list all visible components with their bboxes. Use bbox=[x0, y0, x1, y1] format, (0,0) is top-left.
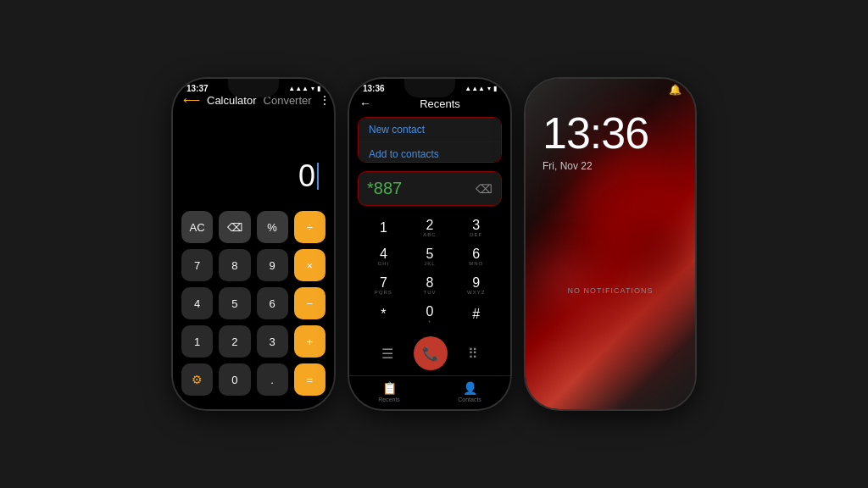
btn-multiply[interactable]: × bbox=[294, 249, 326, 281]
btn-ac[interactable]: AC bbox=[181, 211, 213, 243]
calc-menu-icon[interactable]: ⋮ bbox=[319, 93, 331, 107]
backspace-icon[interactable]: ⌫ bbox=[476, 182, 492, 196]
no-notifications-label: NO NOTIFICATIONS bbox=[568, 286, 654, 295]
calculator-screen: 13:37 ▲▲▲ ▾ ▮ ⟵ Calculator Converter ⋮ 0… bbox=[173, 79, 334, 409]
lock-date: Fri, Nov 22 bbox=[526, 160, 695, 172]
lock-status-bar: 🔔 bbox=[526, 79, 695, 101]
dialer-screen: 13:36 ▲▲▲ ▾ ▮ ← Recents New contact Add … bbox=[349, 79, 510, 409]
lock-content: 🔔 13:36 Fri, Nov 22 NO NOTIFICATIONS bbox=[526, 79, 695, 409]
dialed-number: *887 bbox=[367, 179, 402, 198]
btn-divide[interactable]: ÷ bbox=[294, 211, 326, 243]
nav-contacts[interactable]: 👤 Contacts bbox=[458, 381, 481, 402]
dialer-title: Recents bbox=[380, 97, 500, 110]
dialer-actions: ☰ 📞 ⠿ bbox=[349, 331, 510, 375]
wifi-icon: ▾ bbox=[311, 85, 314, 92]
btn-subtract[interactable]: − bbox=[294, 287, 326, 319]
contacts-icon: 👤 bbox=[463, 381, 477, 395]
lock-bell-icon: 🔔 bbox=[669, 84, 682, 96]
status-icons-1: ▲▲▲ ▾ ▮ bbox=[288, 85, 320, 92]
notch bbox=[228, 79, 279, 97]
key-7[interactable]: 7PQRS bbox=[361, 272, 406, 299]
new-contact-option[interactable]: New contact bbox=[359, 118, 501, 142]
menu-icon[interactable]: ☰ bbox=[381, 346, 393, 362]
calc-cursor bbox=[317, 163, 319, 190]
key-8[interactable]: 8TUV bbox=[408, 272, 453, 299]
lock-time-big: 13:36 bbox=[526, 101, 695, 160]
btn-1[interactable]: 1 bbox=[181, 325, 213, 358]
lock-notifications-area: NO NOTIFICATIONS bbox=[526, 172, 695, 409]
time-display-2: 13:36 bbox=[363, 84, 385, 93]
calc-buttons: AC ⌫ % ÷ 7 8 9 × 4 5 6 − 1 2 3 + ⚙ 0 . = bbox=[173, 204, 334, 409]
btn-percent[interactable]: % bbox=[257, 211, 288, 243]
lock-screen-phone: 🔔 13:36 Fri, Nov 22 NO NOTIFICATIONS bbox=[526, 79, 695, 409]
btn-8[interactable]: 8 bbox=[219, 249, 250, 281]
signal-icon-2: ▲▲▲ bbox=[465, 85, 485, 92]
key-5[interactable]: 5JKL bbox=[408, 243, 453, 270]
dialer-phone: 13:36 ▲▲▲ ▾ ▮ ← Recents New contact Add … bbox=[349, 79, 510, 409]
keypad: 1 2ABC 3DEF 4GHI 5JKL 6MNO 7PQRS 8TUV 9W… bbox=[349, 211, 510, 331]
btn-4[interactable]: 4 bbox=[181, 287, 213, 319]
wifi-icon-2: ▾ bbox=[487, 85, 491, 92]
key-4[interactable]: 4GHI bbox=[361, 243, 406, 270]
btn-decimal[interactable]: . bbox=[257, 363, 288, 396]
btn-3[interactable]: 3 bbox=[257, 325, 288, 358]
btn-9[interactable]: 9 bbox=[257, 249, 288, 281]
key-9[interactable]: 9WXYZ bbox=[453, 272, 498, 299]
btn-settings[interactable]: ⚙ bbox=[181, 363, 213, 396]
battery-icon: ▮ bbox=[317, 85, 320, 92]
keypad-icon[interactable]: ⠿ bbox=[468, 346, 478, 362]
nav-recents[interactable]: 📋 Recents bbox=[378, 381, 400, 402]
recents-icon: 📋 bbox=[382, 381, 397, 395]
dialer-input-area: *887 ⌫ bbox=[358, 171, 502, 206]
signal-icon: ▲▲▲ bbox=[288, 85, 309, 92]
key-6[interactable]: 6MNO bbox=[453, 243, 498, 270]
key-1[interactable]: 1 bbox=[361, 214, 406, 241]
btn-2[interactable]: 2 bbox=[219, 325, 250, 358]
calc-number: 0 bbox=[298, 158, 319, 194]
btn-7[interactable]: 7 bbox=[181, 249, 213, 281]
end-call-button[interactable]: 📞 bbox=[414, 336, 448, 370]
key-star[interactable]: * bbox=[361, 301, 406, 328]
calculator-phone: 13:37 ▲▲▲ ▾ ▮ ⟵ Calculator Converter ⋮ 0… bbox=[173, 79, 334, 409]
contact-options-list: New contact Add to contacts Video call S… bbox=[358, 117, 502, 163]
nav-contacts-label: Contacts bbox=[458, 396, 481, 402]
btn-backspace[interactable]: ⌫ bbox=[219, 211, 250, 243]
btn-add[interactable]: + bbox=[294, 325, 326, 358]
btn-0[interactable]: 0 bbox=[219, 363, 250, 396]
add-to-contacts-option[interactable]: Add to contacts bbox=[359, 142, 501, 163]
lock-screen: 🔔 13:36 Fri, Nov 22 NO NOTIFICATIONS bbox=[526, 79, 695, 409]
time-display-1: 13:37 bbox=[186, 84, 209, 93]
nav-recents-label: Recents bbox=[378, 396, 400, 402]
notch-2 bbox=[404, 79, 455, 97]
calc-display: 0 bbox=[173, 107, 334, 204]
btn-5[interactable]: 5 bbox=[219, 287, 250, 319]
btn-equals[interactable]: = bbox=[294, 363, 326, 396]
battery-icon-2: ▮ bbox=[493, 85, 497, 92]
back-arrow-icon[interactable]: ← bbox=[359, 97, 371, 110]
dialer-bottom-nav: 📋 Recents 👤 Contacts bbox=[349, 375, 510, 409]
calc-back-icon[interactable]: ⟵ bbox=[183, 93, 200, 107]
status-icons-2: ▲▲▲ ▾ ▮ bbox=[465, 85, 497, 92]
key-3[interactable]: 3DEF bbox=[453, 214, 498, 241]
btn-6[interactable]: 6 bbox=[257, 287, 288, 319]
key-2[interactable]: 2ABC bbox=[408, 214, 453, 241]
key-hash[interactable]: # bbox=[453, 301, 498, 328]
key-0[interactable]: 0+ bbox=[408, 301, 453, 328]
